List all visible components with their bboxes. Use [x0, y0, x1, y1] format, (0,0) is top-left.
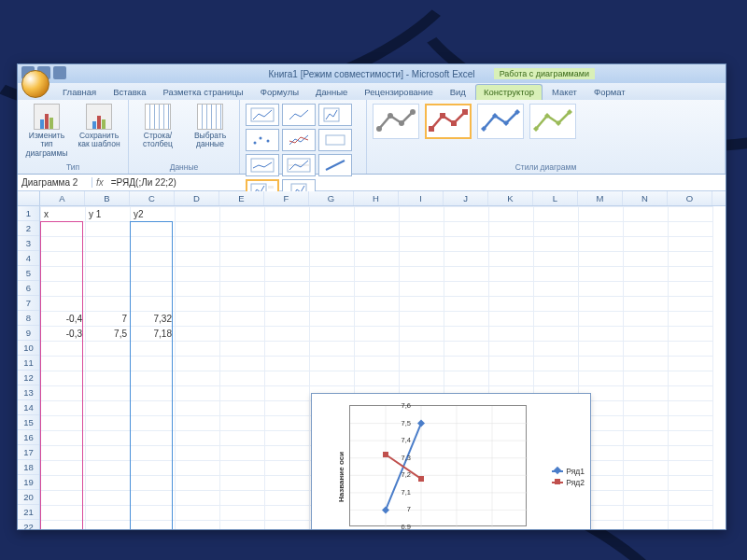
cell[interactable] [400, 267, 444, 282]
cell[interactable] [86, 222, 131, 237]
cell[interactable] [176, 297, 220, 312]
cell[interactable] [265, 237, 310, 252]
cell[interactable] [310, 327, 355, 342]
cell[interactable] [41, 282, 86, 297]
column-header[interactable]: H [354, 191, 399, 205]
cell[interactable] [86, 476, 131, 491]
cell[interactable] [265, 282, 310, 297]
cell[interactable]: 7,32 [131, 312, 176, 327]
row-header[interactable]: 20 [18, 490, 39, 505]
cell[interactable] [265, 476, 310, 491]
cell[interactable] [444, 297, 489, 312]
cell[interactable] [579, 371, 624, 386]
cell[interactable] [444, 267, 489, 282]
cell[interactable] [220, 327, 265, 342]
cell[interactable] [534, 267, 579, 282]
cell[interactable] [176, 476, 220, 491]
cell[interactable] [669, 237, 713, 252]
cell[interactable] [489, 312, 534, 327]
cell[interactable] [624, 461, 669, 476]
cell[interactable] [669, 491, 713, 506]
cell[interactable] [669, 342, 713, 357]
cell[interactable] [176, 312, 220, 327]
cell[interactable] [86, 386, 131, 401]
cell[interactable] [176, 386, 220, 401]
cell[interactable] [579, 327, 624, 342]
cell[interactable] [86, 446, 131, 461]
cell[interactable] [220, 386, 265, 401]
row-header[interactable]: 10 [18, 341, 39, 356]
cell[interactable] [489, 282, 534, 297]
cell[interactable] [579, 267, 624, 282]
cell[interactable] [176, 267, 220, 282]
cell[interactable] [220, 446, 265, 461]
cell[interactable] [265, 327, 310, 342]
cell[interactable] [355, 312, 400, 327]
cell[interactable] [265, 312, 310, 327]
cell[interactable] [131, 416, 176, 431]
cell[interactable] [131, 342, 176, 357]
row-header[interactable]: 22 [18, 520, 39, 529]
cell[interactable] [355, 371, 400, 386]
cell[interactable] [220, 312, 265, 327]
cell[interactable] [400, 371, 444, 386]
cell[interactable] [131, 222, 176, 237]
cell[interactable] [489, 357, 534, 371]
redo-icon[interactable] [53, 66, 66, 79]
row-header[interactable]: 4 [18, 251, 39, 266]
cell[interactable] [176, 521, 220, 530]
cell[interactable] [41, 446, 86, 461]
cell[interactable] [669, 431, 713, 446]
layout-option[interactable] [246, 154, 279, 176]
cell[interactable] [669, 327, 713, 342]
cell[interactable] [310, 342, 355, 357]
cell[interactable] [534, 327, 579, 342]
cell[interactable] [310, 357, 355, 371]
cell[interactable] [310, 237, 355, 252]
tab-review[interactable]: Рецензирование [357, 85, 440, 100]
cell[interactable] [444, 357, 489, 371]
cell[interactable] [444, 282, 489, 297]
cell[interactable] [579, 282, 624, 297]
cell[interactable] [265, 222, 310, 237]
cell[interactable] [355, 342, 400, 357]
column-header[interactable]: K [488, 191, 533, 205]
column-header[interactable]: L [533, 191, 578, 205]
cell[interactable] [669, 252, 713, 267]
column-header[interactable]: E [219, 191, 264, 205]
cell[interactable] [669, 312, 713, 327]
cells-grid[interactable]: xy 1y2-0,477,32-0,37,57,18 Название оси [40, 206, 726, 529]
row-header[interactable]: 1 [18, 206, 39, 221]
cell[interactable]: -0,4 [41, 312, 86, 327]
cell[interactable] [176, 237, 220, 252]
cell[interactable] [624, 521, 669, 530]
layout-option[interactable] [282, 129, 316, 151]
save-as-template-button[interactable]: Сохранить как шаблон [76, 104, 122, 149]
cell[interactable] [220, 416, 265, 431]
tab-design[interactable]: Конструктор [475, 84, 543, 100]
cell[interactable] [444, 222, 489, 237]
cell[interactable] [131, 267, 176, 282]
cell[interactable] [41, 506, 86, 521]
cell[interactable] [669, 357, 713, 371]
cell[interactable] [579, 222, 624, 237]
cell[interactable] [579, 297, 624, 312]
cell[interactable] [86, 431, 131, 446]
cell[interactable] [624, 207, 669, 222]
cell[interactable] [131, 491, 176, 506]
row-header[interactable]: 12 [18, 371, 39, 385]
cell[interactable] [444, 342, 489, 357]
row-header[interactable]: 21 [18, 505, 39, 520]
row-header[interactable]: 14 [18, 400, 39, 415]
tab-formulas[interactable]: Формулы [253, 85, 306, 100]
cell[interactable] [41, 491, 86, 506]
cell[interactable] [176, 431, 220, 446]
layout-option[interactable] [318, 104, 352, 126]
cell[interactable] [534, 297, 579, 312]
cell[interactable] [489, 207, 534, 222]
select-all-button[interactable] [18, 191, 40, 205]
cell[interactable] [220, 521, 265, 530]
change-chart-type-button[interactable]: Изменить тип диаграммы [23, 104, 70, 158]
cell[interactable] [310, 282, 355, 297]
fx-icon[interactable]: fx [92, 177, 107, 188]
